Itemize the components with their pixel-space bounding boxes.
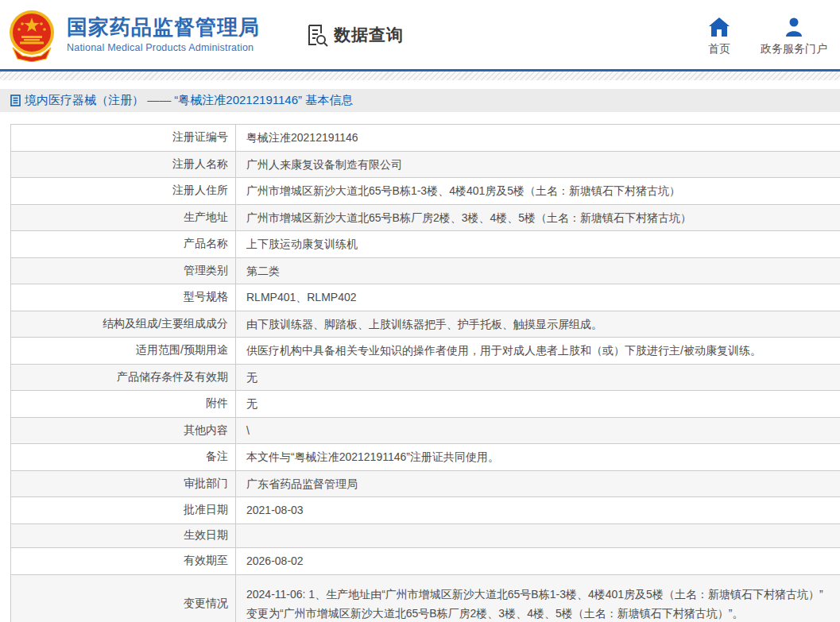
national-emblem-logo [6,10,57,62]
data-query-link[interactable]: 数据查询 [306,23,404,47]
table-row: 结构及组成/主要组成成分由下肢训练器、脚踏板、上肢训练器把手、护手托板、触摸显示… [11,311,840,338]
row-value: 本文件与“粤械注准20212191146”注册证共同使用。 [236,444,840,470]
breadcrumb-text: 境内医疗器械（注册） —— “粤械注准20212191146” 基本信息 [25,93,353,108]
row-value: 第二类 [236,258,840,284]
row-value: 广州人来康复设备制造有限公司 [236,152,840,178]
table-row: 注册证编号粤械注准20212191146 [11,125,840,152]
table-row: 备注本文件与“粤械注准20212191146”注册证共同使用。 [11,444,840,471]
row-value: 2026-08-02 [236,548,840,574]
row-label: 产品名称 [11,231,236,257]
table-row: 产品储存条件及有效期无 [11,365,840,392]
site-title-block: 国家药品监督管理局 National Medical Products Admi… [67,16,260,53]
person-icon [784,17,804,37]
row-label: 结构及组成/主要组成成分 [11,311,236,338]
table-row: 生产地址广州市增城区新沙大道北65号B栋厂房2楼、3楼、4楼、5楼（土名：新塘镇… [11,205,840,232]
site-title: 国家药品监督管理局 [67,16,260,40]
table-row: 产品名称上下肢运动康复训练机 [11,231,840,258]
row-label: 注册证编号 [11,125,236,151]
row-value: RLMP401、RLMP402 [236,284,840,311]
site-subtitle: National Medical Products Administration [67,42,260,53]
row-label: 变更情况 [11,575,236,622]
row-label: 注册人住所 [11,178,236,204]
row-value: 广州市增城区新沙大道北65号B栋厂房2楼、3楼、4楼、5楼（土名：新塘镇石下村猪… [236,205,840,231]
row-value: 2024-11-06: 1、生产地址由“广州市增城区新沙大道北65号B栋1-3楼… [236,575,840,622]
document-list-icon [10,95,21,106]
nav-home[interactable]: 首页 [708,17,730,56]
table-row: 有效期至2026-08-02 [11,548,840,575]
nav-gov-portal-label: 政务服务门户 [761,42,827,56]
table-row: 适用范围/预期用途供医疗机构中具备相关专业知识的操作者使用，用于对成人患者上肢和… [11,338,840,365]
breadcrumb: 境内医疗器械（注册） —— “粤械注准20212191146” 基本信息 [0,89,840,112]
table-row: 管理类别第二类 [11,258,840,285]
row-value: \ [236,418,840,444]
doc-search-icon [306,23,330,47]
row-label: 审批部门 [11,471,236,497]
row-label: 有效期至 [11,548,236,574]
site-header: 国家药品监督管理局 National Medical Products Admi… [0,0,840,69]
table-row: 型号规格RLMP401、RLMP402 [11,284,840,311]
row-value [236,524,840,548]
table-row: 附件无 [11,391,840,418]
row-value: 供医疗机构中具备相关专业知识的操作者使用，用于对成人患者上肢和（或）下肢进行主/… [236,338,840,364]
row-value: 上下肢运动康复训练机 [236,231,840,257]
row-label: 生产地址 [11,205,236,231]
row-label: 备注 [11,444,236,470]
row-label: 管理类别 [11,258,236,284]
row-label: 注册人名称 [11,152,236,178]
table-row: 批准日期2021-08-03 [11,497,840,524]
row-value: 无 [236,391,840,417]
table-row: 其他内容\ [11,418,840,445]
table-row: 审批部门广东省药品监督管理局 [11,471,840,498]
home-icon [709,17,730,37]
row-value: 无 [236,365,840,391]
data-query-label: 数据查询 [334,24,404,46]
table-row: 生效日期 [11,524,840,549]
row-value: 广东省药品监督管理局 [236,471,840,497]
nav-gov-portal[interactable]: 政务服务门户 [761,17,827,56]
row-value: 2021-08-03 [236,497,840,523]
row-label: 产品储存条件及有效期 [11,365,236,391]
row-value: 由下肢训练器、脚踏板、上肢训练器把手、护手托板、触摸显示屏组成。 [236,311,840,338]
nav-home-label: 首页 [708,42,730,56]
table-row: 变更情况2024-11-06: 1、生产地址由“广州市增城区新沙大道北65号B栋… [11,575,840,622]
row-label: 批准日期 [11,497,236,523]
registration-info-table: 注册证编号粤械注准20212191146 注册人名称广州人来康复设备制造有限公司… [10,124,840,622]
row-label: 其他内容 [11,418,236,444]
hatched-band [0,71,840,80]
row-label: 型号规格 [11,284,236,311]
row-value: 粤械注准20212191146 [236,125,840,151]
table-row: 注册人住所广州市增城区新沙大道北65号B栋1-3楼、4楼401房及5楼（土名：新… [11,178,840,205]
table-row: 注册人名称广州人来康复设备制造有限公司 [11,152,840,179]
row-label: 生效日期 [11,524,236,548]
row-value: 广州市增城区新沙大道北65号B栋1-3楼、4楼401房及5楼（土名：新塘镇石下村… [236,178,840,204]
row-label: 适用范围/预期用途 [11,338,236,364]
row-label: 附件 [11,391,236,417]
